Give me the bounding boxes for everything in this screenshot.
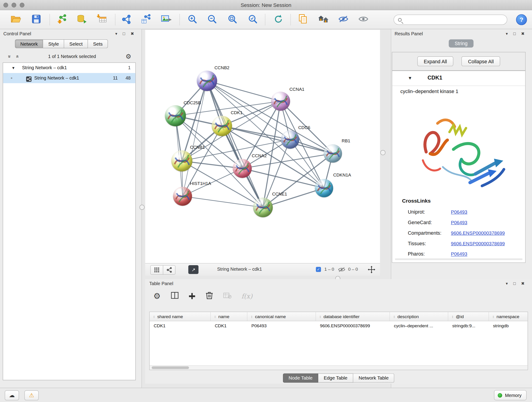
network-node-CCNB2[interactable] <box>197 70 217 91</box>
results-scrollbar[interactable] <box>395 258 523 260</box>
table-row[interactable]: CDK1 CDK1 P06493 9606.ENSP00000378699 cy… <box>150 321 528 330</box>
network-node-CDC6[interactable] <box>281 130 299 149</box>
panel-close-icon[interactable]: ✖ <box>131 31 134 36</box>
crosslink-link[interactable]: P06493 <box>451 220 467 225</box>
delete-column-icon[interactable] <box>206 291 213 301</box>
panel-collapse-icon[interactable]: ▾ <box>506 281 508 286</box>
fit-selected-button[interactable] <box>368 266 375 275</box>
panel-collapse-icon[interactable]: ▾ <box>115 31 117 36</box>
show-graphics-button[interactable] <box>356 13 370 26</box>
export-image-button[interactable] <box>159 13 173 26</box>
string-tab[interactable]: String <box>449 39 474 48</box>
birdseye-toggle-button[interactable]: ↗ <box>188 265 198 274</box>
help-button[interactable]: ? <box>516 14 527 25</box>
open-session-button[interactable] <box>9 13 23 26</box>
expand-all-button[interactable]: Expand All <box>417 56 453 66</box>
tree-expander-icon[interactable]: ▼ <box>12 63 15 73</box>
grid-view-button[interactable] <box>151 265 163 274</box>
tab-select[interactable]: Select <box>64 39 88 48</box>
column-header[interactable]: ↕@id <box>448 312 489 321</box>
gene-expander-icon[interactable]: ▼ <box>408 75 412 80</box>
column-header[interactable]: ↕shared name <box>150 312 211 321</box>
tab-network-table[interactable]: Network Table <box>353 374 394 383</box>
column-header[interactable]: ↕name <box>211 312 247 321</box>
zoom-selected-button[interactable] <box>246 13 260 26</box>
tab-sets[interactable]: Sets <box>88 39 108 48</box>
hide-selected-button[interactable] <box>336 13 350 26</box>
show-columns-icon[interactable] <box>171 292 178 300</box>
right-splitter-handle[interactable] <box>380 150 385 155</box>
crosslink-link[interactable]: P06493 <box>451 251 467 257</box>
network-row-selected[interactable]: ● String Network – cdk1 11 48 <box>3 73 135 83</box>
panel-float-icon[interactable]: □ <box>513 281 516 286</box>
column-header[interactable]: ↕namespace <box>489 312 528 321</box>
copy-document-button[interactable] <box>296 13 310 26</box>
import-network-file-button[interactable] <box>55 13 69 26</box>
network-node-CCNA2[interactable] <box>233 159 252 178</box>
expand-all-icon[interactable]: » <box>15 55 20 58</box>
network-node-CDC25B[interactable] <box>165 105 186 126</box>
table-horizontal-scrollbar[interactable] <box>150 365 528 370</box>
panel-float-icon[interactable]: □ <box>123 31 125 36</box>
import-network-database-button[interactable] <box>75 13 88 26</box>
network-collection-row[interactable]: ▼ String Network – cdk1 1 <box>3 63 135 73</box>
tab-node-table[interactable]: Node Table <box>283 374 318 383</box>
cell-name[interactable]: CDK1 <box>211 321 247 330</box>
scrollbar-thumb[interactable] <box>152 366 189 369</box>
panel-float-icon[interactable]: □ <box>513 31 516 36</box>
tab-edge-table[interactable]: Edge Table <box>318 374 353 383</box>
collapse-all-icon[interactable]: » <box>7 55 12 58</box>
cell-shared-name[interactable]: CDK1 <box>150 321 211 330</box>
cell-id[interactable]: stringdb:9... <box>448 321 489 330</box>
column-header[interactable]: ↕database identifier <box>316 312 390 321</box>
cell-description[interactable]: cyclin–dependent ... <box>390 321 448 330</box>
search-input[interactable] <box>404 17 503 22</box>
apply-layout-button[interactable] <box>272 13 285 26</box>
network-view-button[interactable] <box>163 265 175 274</box>
cell-canonical-name[interactable]: P06493 <box>247 321 316 330</box>
crosslink-link[interactable]: 9606.ENSP00000378699 <box>451 230 505 236</box>
network-node-label: CCNB2 <box>215 65 229 70</box>
network-node-CCNA1[interactable] <box>271 92 290 111</box>
tab-network[interactable]: Network <box>15 39 43 48</box>
network-node-CDK1[interactable] <box>212 116 232 136</box>
panel-close-icon[interactable]: ✖ <box>521 281 525 286</box>
add-column-icon[interactable] <box>189 293 196 300</box>
zoom-in-button[interactable] <box>186 13 199 26</box>
network-canvas[interactable]: CCNB2CCNA1CDC25BCDK1CDC6RB1CCNB1CCNA2CDK… <box>145 30 380 263</box>
cell-database-identifier[interactable]: 9606.ENSP00000378699 <box>316 321 390 330</box>
network-node-HIST1H1A[interactable] <box>173 187 192 206</box>
crosslink-link[interactable]: 9606.ENSP00000378699 <box>451 241 505 246</box>
import-table-file-button[interactable] <box>95 13 109 26</box>
toolbar-separator <box>179 14 180 26</box>
zoom-out-button[interactable] <box>205 13 219 26</box>
column-header[interactable]: ↕canonical name <box>247 312 316 321</box>
zoom-out-icon <box>207 14 217 26</box>
network-node-RB1[interactable] <box>324 144 342 163</box>
collapse-all-button[interactable]: Collapse All <box>462 56 500 66</box>
cloud-button[interactable]: ☁ <box>5 390 19 400</box>
gene-header-row[interactable]: ▼ CDK1 <box>392 71 525 86</box>
memory-button[interactable]: Memory <box>494 390 527 400</box>
warnings-button[interactable]: ⚠ <box>25 390 39 400</box>
cell-namespace[interactable]: stringdb <box>489 321 528 330</box>
network-node-CDKN1A[interactable] <box>315 179 333 197</box>
network-node-CCNB1[interactable] <box>171 150 192 172</box>
left-splitter-handle[interactable] <box>139 205 145 210</box>
table-settings-gear-icon[interactable]: ⚙ <box>153 291 161 301</box>
gear-icon[interactable]: ⚙ <box>126 52 131 60</box>
zoom-fit-button[interactable] <box>226 13 239 26</box>
network-node-label: CCNE1 <box>272 191 287 197</box>
new-network-from-table-button[interactable] <box>139 13 152 26</box>
crosslink-link[interactable]: P06493 <box>451 209 467 215</box>
crosslink-row: GeneCard: P06493 <box>392 218 525 229</box>
network-list-toolbar: » » 1 of 1 Network selected ⚙ <box>0 51 142 61</box>
save-session-button[interactable] <box>30 13 43 26</box>
tab-style[interactable]: Style <box>43 39 64 48</box>
show-all-views-button[interactable] <box>317 13 330 26</box>
new-network-button[interactable] <box>119 13 133 26</box>
panel-collapse-icon[interactable]: ▾ <box>506 31 508 36</box>
panel-close-icon[interactable]: ✖ <box>521 31 525 36</box>
network-node-CCNE1[interactable] <box>253 198 273 217</box>
column-header[interactable]: ↕description <box>390 312 448 321</box>
